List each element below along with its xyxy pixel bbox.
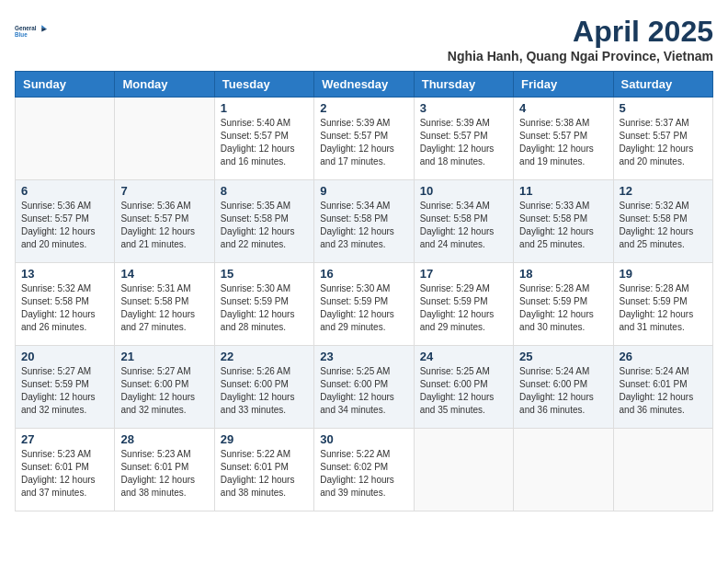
day-info: Sunrise: 5:38 AM Sunset: 5:57 PM Dayligh… bbox=[519, 117, 607, 168]
day-number: 12 bbox=[620, 184, 707, 198]
table-row: 30Sunrise: 5:22 AM Sunset: 6:02 PM Dayli… bbox=[314, 429, 414, 511]
calendar-header-row: Sunday Monday Tuesday Wednesday Thursday… bbox=[16, 72, 713, 98]
table-row: 15Sunrise: 5:30 AM Sunset: 5:59 PM Dayli… bbox=[214, 263, 313, 346]
day-info: Sunrise: 5:24 AM Sunset: 6:00 PM Dayligh… bbox=[519, 365, 607, 417]
table-row: 19Sunrise: 5:28 AM Sunset: 5:59 PM Dayli… bbox=[613, 263, 712, 346]
location-subtitle: Nghia Hanh, Quang Ngai Province, Vietnam bbox=[448, 49, 713, 63]
day-number: 28 bbox=[120, 432, 208, 446]
table-row: 14Sunrise: 5:31 AM Sunset: 5:58 PM Dayli… bbox=[115, 263, 214, 346]
table-row: 6Sunrise: 5:36 AM Sunset: 5:57 PM Daylig… bbox=[16, 180, 115, 263]
day-info: Sunrise: 5:32 AM Sunset: 5:58 PM Dayligh… bbox=[620, 200, 707, 251]
day-number: 22 bbox=[221, 350, 308, 363]
svg-text:Blue: Blue bbox=[15, 31, 28, 38]
day-number: 20 bbox=[21, 350, 108, 363]
day-number: 1 bbox=[221, 101, 308, 115]
day-info: Sunrise: 5:25 AM Sunset: 6:00 PM Dayligh… bbox=[420, 365, 507, 417]
calendar-week-3: 13Sunrise: 5:32 AM Sunset: 5:58 PM Dayli… bbox=[16, 263, 713, 346]
day-info: Sunrise: 5:27 AM Sunset: 6:00 PM Dayligh… bbox=[120, 365, 208, 417]
table-row: 3Sunrise: 5:39 AM Sunset: 5:57 PM Daylig… bbox=[414, 98, 513, 180]
day-info: Sunrise: 5:34 AM Sunset: 5:58 PM Dayligh… bbox=[420, 200, 507, 251]
day-number: 2 bbox=[320, 101, 407, 115]
table-row: 12Sunrise: 5:32 AM Sunset: 5:58 PM Dayli… bbox=[613, 180, 712, 263]
day-info: Sunrise: 5:32 AM Sunset: 5:58 PM Dayligh… bbox=[21, 282, 108, 334]
day-number: 19 bbox=[620, 267, 707, 281]
table-row: 9Sunrise: 5:34 AM Sunset: 5:58 PM Daylig… bbox=[314, 180, 414, 263]
header-wednesday: Wednesday bbox=[314, 72, 414, 98]
day-number: 10 bbox=[420, 184, 507, 198]
day-info: Sunrise: 5:40 AM Sunset: 5:57 PM Dayligh… bbox=[221, 117, 308, 168]
table-row: 25Sunrise: 5:24 AM Sunset: 6:00 PM Dayli… bbox=[514, 346, 613, 429]
day-info: Sunrise: 5:37 AM Sunset: 5:57 PM Dayligh… bbox=[620, 117, 707, 168]
day-number: 27 bbox=[21, 432, 108, 446]
table-row bbox=[613, 429, 712, 511]
day-number: 4 bbox=[519, 101, 607, 115]
calendar-week-2: 6Sunrise: 5:36 AM Sunset: 5:57 PM Daylig… bbox=[16, 180, 713, 263]
table-row: 27Sunrise: 5:23 AM Sunset: 6:01 PM Dayli… bbox=[16, 429, 115, 511]
day-info: Sunrise: 5:30 AM Sunset: 5:59 PM Dayligh… bbox=[320, 282, 407, 334]
day-number: 9 bbox=[320, 184, 407, 198]
day-number: 13 bbox=[21, 267, 108, 281]
title-block: April 2025 Nghia Hanh, Quang Ngai Provin… bbox=[448, 15, 713, 63]
table-row: 2Sunrise: 5:39 AM Sunset: 5:57 PM Daylig… bbox=[314, 98, 414, 180]
table-row: 22Sunrise: 5:26 AM Sunset: 6:00 PM Dayli… bbox=[214, 346, 313, 429]
day-info: Sunrise: 5:36 AM Sunset: 5:57 PM Dayligh… bbox=[21, 200, 108, 251]
table-row: 5Sunrise: 5:37 AM Sunset: 5:57 PM Daylig… bbox=[613, 98, 712, 180]
table-row: 21Sunrise: 5:27 AM Sunset: 6:00 PM Dayli… bbox=[115, 346, 214, 429]
day-info: Sunrise: 5:27 AM Sunset: 5:59 PM Dayligh… bbox=[21, 365, 108, 417]
table-row: 13Sunrise: 5:32 AM Sunset: 5:58 PM Dayli… bbox=[16, 263, 115, 346]
page-header: GeneralBlue April 2025 Nghia Hanh, Quang… bbox=[15, 15, 713, 63]
day-info: Sunrise: 5:25 AM Sunset: 6:00 PM Dayligh… bbox=[320, 365, 407, 417]
table-row: 29Sunrise: 5:22 AM Sunset: 6:01 PM Dayli… bbox=[214, 429, 313, 511]
table-row: 16Sunrise: 5:30 AM Sunset: 5:59 PM Dayli… bbox=[314, 263, 414, 346]
header-saturday: Saturday bbox=[613, 72, 712, 98]
table-row: 18Sunrise: 5:28 AM Sunset: 5:59 PM Dayli… bbox=[514, 263, 613, 346]
table-row: 1Sunrise: 5:40 AM Sunset: 5:57 PM Daylig… bbox=[214, 98, 313, 180]
day-info: Sunrise: 5:23 AM Sunset: 6:01 PM Dayligh… bbox=[120, 448, 208, 500]
svg-text:General: General bbox=[15, 25, 37, 31]
table-row bbox=[16, 98, 115, 180]
table-row bbox=[414, 429, 513, 511]
day-number: 23 bbox=[320, 350, 407, 363]
day-info: Sunrise: 5:31 AM Sunset: 5:58 PM Dayligh… bbox=[120, 282, 208, 334]
calendar-week-4: 20Sunrise: 5:27 AM Sunset: 5:59 PM Dayli… bbox=[16, 346, 713, 429]
day-number: 15 bbox=[221, 267, 308, 281]
day-number: 3 bbox=[420, 101, 507, 115]
table-row: 23Sunrise: 5:25 AM Sunset: 6:00 PM Dayli… bbox=[314, 346, 414, 429]
day-info: Sunrise: 5:36 AM Sunset: 5:57 PM Dayligh… bbox=[120, 200, 208, 251]
day-info: Sunrise: 5:28 AM Sunset: 5:59 PM Dayligh… bbox=[620, 282, 707, 334]
day-info: Sunrise: 5:22 AM Sunset: 6:02 PM Dayligh… bbox=[320, 448, 407, 500]
header-tuesday: Tuesday bbox=[214, 72, 313, 98]
day-number: 21 bbox=[120, 350, 208, 363]
day-info: Sunrise: 5:29 AM Sunset: 5:59 PM Dayligh… bbox=[420, 282, 507, 334]
day-number: 14 bbox=[120, 267, 208, 281]
day-info: Sunrise: 5:23 AM Sunset: 6:01 PM Dayligh… bbox=[21, 448, 108, 500]
day-info: Sunrise: 5:28 AM Sunset: 5:59 PM Dayligh… bbox=[519, 282, 607, 334]
table-row: 10Sunrise: 5:34 AM Sunset: 5:58 PM Dayli… bbox=[414, 180, 513, 263]
day-number: 30 bbox=[320, 432, 407, 446]
day-number: 5 bbox=[620, 101, 707, 115]
day-number: 7 bbox=[120, 184, 208, 198]
logo-icon: GeneralBlue bbox=[15, 15, 48, 48]
header-thursday: Thursday bbox=[414, 72, 513, 98]
day-number: 8 bbox=[221, 184, 308, 198]
table-row: 11Sunrise: 5:33 AM Sunset: 5:58 PM Dayli… bbox=[514, 180, 613, 263]
day-info: Sunrise: 5:39 AM Sunset: 5:57 PM Dayligh… bbox=[320, 117, 407, 168]
day-number: 18 bbox=[519, 267, 607, 281]
table-row: 24Sunrise: 5:25 AM Sunset: 6:00 PM Dayli… bbox=[414, 346, 513, 429]
header-friday: Friday bbox=[514, 72, 613, 98]
calendar-title: April 2025 bbox=[448, 15, 713, 49]
day-number: 11 bbox=[519, 184, 607, 198]
table-row: 7Sunrise: 5:36 AM Sunset: 5:57 PM Daylig… bbox=[115, 180, 214, 263]
day-number: 16 bbox=[320, 267, 407, 281]
day-number: 25 bbox=[519, 350, 607, 363]
day-info: Sunrise: 5:39 AM Sunset: 5:57 PM Dayligh… bbox=[420, 117, 507, 168]
day-info: Sunrise: 5:34 AM Sunset: 5:58 PM Dayligh… bbox=[320, 200, 407, 251]
table-row: 26Sunrise: 5:24 AM Sunset: 6:01 PM Dayli… bbox=[613, 346, 712, 429]
day-number: 26 bbox=[620, 350, 707, 363]
day-info: Sunrise: 5:24 AM Sunset: 6:01 PM Dayligh… bbox=[620, 365, 707, 417]
day-info: Sunrise: 5:22 AM Sunset: 6:01 PM Dayligh… bbox=[221, 448, 308, 500]
day-number: 6 bbox=[21, 184, 108, 198]
day-number: 17 bbox=[420, 267, 507, 281]
day-number: 24 bbox=[420, 350, 507, 363]
day-info: Sunrise: 5:30 AM Sunset: 5:59 PM Dayligh… bbox=[221, 282, 308, 334]
